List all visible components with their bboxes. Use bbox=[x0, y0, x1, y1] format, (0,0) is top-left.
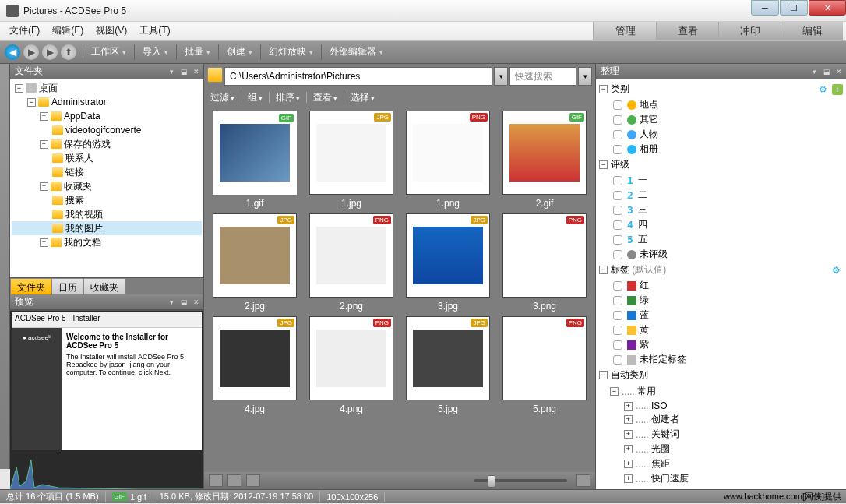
filetype-badge: JPG bbox=[374, 113, 391, 122]
desktop-icon bbox=[26, 83, 37, 93]
nav-forward-button[interactable]: ▶ bbox=[23, 44, 39, 60]
thumbnail-image bbox=[509, 227, 580, 284]
filter-dropdown[interactable]: 过滤 bbox=[210, 91, 234, 104]
address-folder-icon[interactable] bbox=[207, 67, 223, 83]
panel-pin-icon[interactable]: ⬓ bbox=[178, 66, 189, 77]
thumbnail-item[interactable]: PNG 5.png bbox=[499, 316, 590, 414]
app-icon bbox=[6, 5, 19, 17]
plus-icon[interactable]: + bbox=[832, 84, 843, 95]
search-dropdown-button[interactable]: ▾ bbox=[578, 67, 592, 86]
footer-btn-3[interactable] bbox=[246, 474, 260, 487]
thumbnail-label: 5.jpg bbox=[438, 404, 458, 414]
thumbnail-item[interactable]: JPG 5.jpg bbox=[402, 316, 494, 414]
filetype-badge: GIF bbox=[569, 113, 584, 122]
tree-expand-icon[interactable]: − bbox=[15, 84, 23, 93]
thumbnail-item[interactable]: JPG 3.jpg bbox=[402, 213, 494, 312]
sort-dropdown[interactable]: 排序 bbox=[276, 91, 300, 104]
gear-icon[interactable]: ⚙ bbox=[819, 84, 830, 95]
panel-pin-icon[interactable]: ⬓ bbox=[821, 66, 832, 77]
tab-favorites[interactable]: 收藏夹 bbox=[83, 278, 125, 294]
thumbnail-item[interactable]: PNG 2.png bbox=[305, 213, 397, 312]
thumbnail-label: 3.png bbox=[533, 301, 556, 312]
toolbar: ◀ ▶ ▶ ⬆ 工作区 导入 批量 创建 幻灯放映 外部编辑器 bbox=[0, 41, 846, 64]
toolbar-workspace[interactable]: 工作区 bbox=[88, 45, 129, 58]
menu-file[interactable]: 文件(F) bbox=[3, 22, 46, 40]
footer-btn-4[interactable] bbox=[576, 474, 590, 487]
thumbnail-item[interactable]: PNG 1.png bbox=[402, 111, 494, 209]
organize-tree[interactable]: −类别 ⚙+ 地点 其它 人物 相册 −评级 1一 2二 3三 4四 5五 未评… bbox=[596, 79, 846, 489]
dot-icon bbox=[627, 250, 636, 259]
thumbnail-image bbox=[413, 124, 483, 182]
folder-tree[interactable]: −桌面 −Administrator +AppData videotogifco… bbox=[10, 79, 203, 277]
status-selected-info: 15.0 KB, 修改日期: 2012-07-19 17:58:00 bbox=[153, 491, 321, 502]
nav-back-button[interactable]: ◀ bbox=[5, 44, 20, 60]
panel-close-icon[interactable]: ✕ bbox=[191, 297, 202, 308]
close-button[interactable]: ✕ bbox=[809, 0, 846, 16]
minimize-button[interactable]: ─ bbox=[751, 0, 779, 16]
mode-tab-manage[interactable]: 管理 bbox=[594, 22, 656, 40]
menu-view[interactable]: 视图(V) bbox=[90, 22, 133, 40]
toolbar-import[interactable]: 导入 bbox=[139, 45, 171, 58]
globe-icon bbox=[627, 100, 636, 110]
menu-tools[interactable]: 工具(T) bbox=[133, 22, 176, 40]
panel-pin-icon[interactable]: ⬓ bbox=[178, 297, 189, 308]
panel-close-icon[interactable]: ✕ bbox=[191, 66, 202, 77]
mode-tab-view[interactable]: 查看 bbox=[656, 22, 718, 40]
nav-play-button[interactable]: ▶ bbox=[42, 44, 58, 60]
thumbnail-grid[interactable]: GIF 1.gif JPG 1.jpg PNG 1.png GIF 2.gif … bbox=[204, 106, 595, 472]
folders-panel-title: 文件夹 bbox=[15, 65, 43, 78]
toolbar-batch[interactable]: 批量 bbox=[182, 45, 213, 58]
mode-tab-edit[interactable]: 编辑 bbox=[781, 22, 843, 40]
tab-folders[interactable]: 文件夹 bbox=[10, 278, 52, 294]
tab-calendar[interactable]: 日历 bbox=[51, 278, 84, 294]
footer-btn-2[interactable] bbox=[227, 474, 241, 487]
panel-menu-icon[interactable]: ▾ bbox=[166, 66, 177, 77]
thumbnail-item[interactable]: JPG 2.jpg bbox=[209, 213, 301, 312]
titlebar: Pictures - ACDSee Pro 5 ─ ☐ ✕ bbox=[0, 0, 846, 22]
gear-icon[interactable]: ⚙ bbox=[832, 265, 843, 276]
panel-close-icon[interactable]: ✕ bbox=[834, 66, 844, 77]
thumbnail-label: 4.jpg bbox=[245, 404, 265, 414]
thumbnail-label: 1.gif bbox=[246, 198, 264, 209]
panel-menu-icon[interactable]: ▾ bbox=[166, 297, 177, 308]
filetype-badge: PNG bbox=[566, 319, 584, 327]
viewmode-dropdown[interactable]: 查看 bbox=[313, 91, 337, 104]
organize-panel-header: 整理 ▾ ⬓ ✕ bbox=[596, 64, 846, 79]
address-dropdown-button[interactable]: ▾ bbox=[494, 67, 508, 86]
select-dropdown[interactable]: 选择 bbox=[351, 91, 375, 104]
thumbnail-image bbox=[220, 330, 290, 387]
filetype-badge: PNG bbox=[373, 319, 391, 327]
toolbar-slideshow[interactable]: 幻灯放映 bbox=[266, 45, 316, 58]
mode-tab-develop[interactable]: 冲印 bbox=[718, 22, 781, 40]
filetype-badge: GIF bbox=[279, 114, 294, 122]
preview-area: ACDSee Pro 5 - Installer ● acdsee⁵ Welco… bbox=[10, 310, 203, 489]
preview-panel-header: 预览 ▾ ⬓ ✕ bbox=[10, 294, 203, 310]
thumbnail-item[interactable]: GIF 1.gif bbox=[209, 111, 301, 209]
preview-caption: ACDSee Pro 5 - Installer bbox=[12, 312, 202, 328]
filetype-badge: PNG bbox=[566, 216, 584, 224]
preview-panel-title: 预览 bbox=[15, 295, 33, 308]
watermark-text: www.hackhome.com[网侠]提供 bbox=[724, 491, 841, 502]
toolbar-create[interactable]: 创建 bbox=[224, 45, 256, 58]
thumbnail-size-slider[interactable] bbox=[474, 479, 567, 482]
panel-menu-icon[interactable]: ▾ bbox=[809, 66, 820, 77]
thumbnail-label: 4.png bbox=[340, 404, 363, 414]
toolbar-external[interactable]: 外部编辑器 bbox=[326, 45, 386, 58]
footer-btn-1[interactable] bbox=[209, 474, 223, 487]
other-icon bbox=[627, 115, 636, 125]
thumbnail-item[interactable]: PNG 4.png bbox=[305, 316, 397, 414]
quick-search-input[interactable]: 快速搜索 bbox=[509, 67, 576, 86]
thumbnail-item[interactable]: GIF 2.gif bbox=[499, 111, 590, 209]
thumbnail-label: 1.png bbox=[436, 198, 460, 209]
menu-edit[interactable]: 编辑(E) bbox=[46, 22, 90, 40]
color-swatch-purple bbox=[627, 340, 636, 350]
group-dropdown[interactable]: 组 bbox=[248, 91, 263, 104]
organize-panel-title: 整理 bbox=[601, 65, 619, 78]
tree-row-selected: 我的图片 bbox=[12, 221, 202, 235]
maximize-button[interactable]: ☐ bbox=[780, 0, 808, 16]
thumbnail-item[interactable]: JPG 4.jpg bbox=[209, 316, 301, 414]
address-input[interactable]: C:\Users\Administrator\Pictures bbox=[224, 67, 492, 86]
thumbnail-item[interactable]: JPG 1.jpg bbox=[305, 111, 397, 209]
nav-up-button[interactable]: ⬆ bbox=[61, 44, 76, 60]
thumbnail-item[interactable]: PNG 3.png bbox=[499, 213, 590, 312]
